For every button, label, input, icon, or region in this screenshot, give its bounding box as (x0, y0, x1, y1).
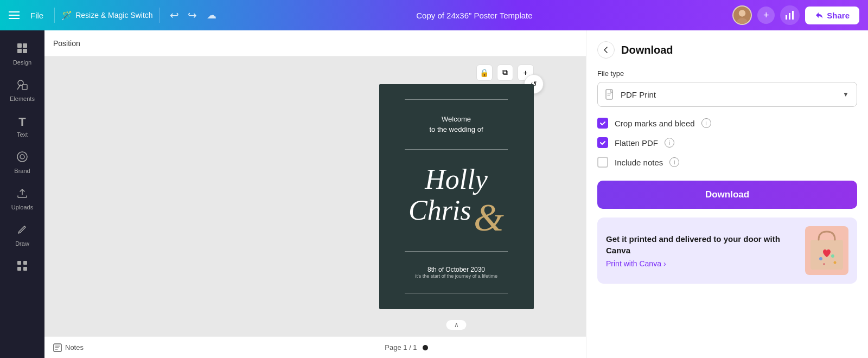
include-notes-checkbox[interactable] (597, 157, 608, 168)
cloud-save-icon: ☁ (207, 9, 216, 21)
svg-rect-3 (786, 15, 787, 20)
draw-icon (16, 223, 28, 238)
flatten-pdf-option: Flatten PDF i (597, 137, 857, 148)
brand-icon (16, 151, 28, 165)
chevron-down-icon: ▼ (843, 91, 849, 98)
svg-rect-16 (17, 267, 21, 271)
document-title: Copy of 24x36" Poster Template (223, 11, 726, 20)
panel-header: Download (597, 41, 857, 59)
sidebar-item-label: Text (17, 131, 28, 138)
flatten-pdf-checkbox[interactable] (597, 137, 608, 148)
notes-button[interactable]: Notes (53, 343, 84, 352)
topbar-actions: + Share (732, 5, 859, 25)
tote-bag-illustration (808, 229, 846, 272)
apps-icon (16, 260, 28, 274)
include-notes-info-icon[interactable]: i (669, 157, 679, 167)
page-dot (423, 345, 428, 350)
position-label: Position (53, 39, 80, 48)
poster-toolbar: 🔒 ⧉ + (476, 65, 534, 81)
svg-rect-11 (22, 85, 27, 90)
flatten-pdf-info-icon[interactable]: i (665, 138, 674, 148)
middle-line-bottom (405, 251, 508, 252)
options-list: Crop marks and bleed i Flatten PDF i Inc… (597, 118, 857, 168)
page-indicator: Page 1 / 1 (385, 343, 417, 351)
sidebar: Design Elements T Text Brand (0, 30, 44, 358)
svg-rect-5 (792, 11, 794, 20)
topbar: File 🪄 Resize & Magic Switch ↩ ↪ ☁ Copy … (0, 0, 868, 30)
sidebar-item-uploads[interactable]: Uploads (0, 182, 44, 216)
svg-point-12 (17, 152, 27, 162)
svg-point-13 (20, 155, 24, 159)
sidebar-item-label: Brand (14, 168, 30, 174)
download-button[interactable]: Download (597, 181, 857, 209)
svg-point-1 (739, 10, 745, 16)
svg-point-25 (823, 263, 825, 265)
svg-rect-14 (17, 261, 21, 265)
pdf-icon (605, 89, 615, 100)
crop-marks-info-icon[interactable]: i (701, 118, 711, 128)
file-type-label: File type (597, 69, 857, 78)
middle-line-top (405, 149, 508, 150)
svg-rect-8 (17, 49, 22, 53)
sidebar-item-apps[interactable] (0, 254, 44, 280)
svg-rect-21 (606, 90, 612, 99)
names-section: HollyChris & (409, 164, 504, 237)
poster[interactable]: Welcome to the wedding of HollyChris & 8… (379, 84, 534, 309)
top-line (405, 99, 508, 100)
notes-label: Notes (65, 343, 84, 351)
sidebar-item-label: Draw (15, 240, 29, 247)
svg-rect-4 (789, 13, 790, 20)
notes-icon (53, 343, 62, 352)
brand-label: Resize & Magic Switch (75, 11, 152, 20)
date-text: 8th of October 2030 (415, 266, 497, 273)
svg-rect-7 (23, 43, 27, 48)
svg-point-26 (834, 261, 837, 264)
back-arrow-icon (602, 46, 610, 54)
lock-button[interactable]: 🔒 (476, 65, 493, 81)
crop-marks-label: Crop marks and bleed (615, 119, 695, 128)
avatar[interactable] (732, 5, 752, 25)
welcome-text: Welcome to the wedding of (429, 114, 483, 135)
share-label: Share (827, 11, 850, 20)
print-with-canva-card: Get it printed and delivered to your doo… (597, 218, 857, 284)
download-panel: Download File type PDF Print ▼ Crop mark… (586, 30, 868, 358)
panel-title: Download (621, 44, 673, 56)
ampersand: & (474, 196, 504, 239)
duplicate-button[interactable]: ⧉ (497, 65, 513, 81)
poster-wrapper: 🔒 ⧉ + ↺ Welcome to the wedding of HollyC… (379, 84, 534, 309)
print-card-text: Get it printed and delivered to your doo… (606, 233, 799, 268)
undo-button[interactable]: ↩ (167, 7, 182, 24)
sidebar-item-brand[interactable]: Brand (0, 145, 44, 180)
svg-point-24 (831, 254, 834, 258)
analytics-button[interactable] (780, 5, 800, 25)
add-collaborator-button[interactable]: + (757, 7, 775, 24)
bottom-line (405, 293, 508, 293)
crop-marks-checkbox[interactable] (597, 118, 608, 129)
sidebar-item-label: Design (13, 59, 31, 66)
sidebar-item-draw[interactable]: Draw (0, 218, 44, 252)
file-button[interactable]: File (26, 9, 48, 22)
svg-rect-17 (23, 267, 27, 271)
sidebar-item-label: Elements (10, 95, 35, 102)
design-icon (16, 42, 28, 57)
date-section: 8th of October 2030 It's the start of th… (415, 266, 497, 279)
file-type-value: PDF Print (621, 90, 656, 99)
page-collapse-bar[interactable]: ∧ (446, 320, 467, 330)
redo-button[interactable]: ↪ (184, 7, 200, 24)
sidebar-item-design[interactable]: Design (0, 37, 44, 71)
share-button[interactable]: Share (805, 7, 859, 24)
svg-rect-9 (23, 49, 27, 53)
text-icon: T (18, 115, 25, 129)
checkmark-icon (599, 139, 606, 146)
print-with-canva-link[interactable]: Print with Canva › (606, 259, 799, 268)
sidebar-item-label: Uploads (11, 204, 33, 210)
menu-icon[interactable] (9, 11, 20, 19)
file-type-select[interactable]: PDF Print ▼ (597, 82, 857, 107)
sidebar-item-text[interactable]: T Text (0, 110, 44, 143)
checkmark-icon (599, 120, 606, 126)
panel-back-button[interactable] (597, 41, 615, 59)
sidebar-item-elements[interactable]: Elements (0, 73, 44, 107)
wand-icon: 🪄 (61, 10, 72, 21)
resize-magic-switch-button[interactable]: 🪄 Resize & Magic Switch (61, 10, 152, 21)
svg-point-23 (819, 257, 822, 260)
